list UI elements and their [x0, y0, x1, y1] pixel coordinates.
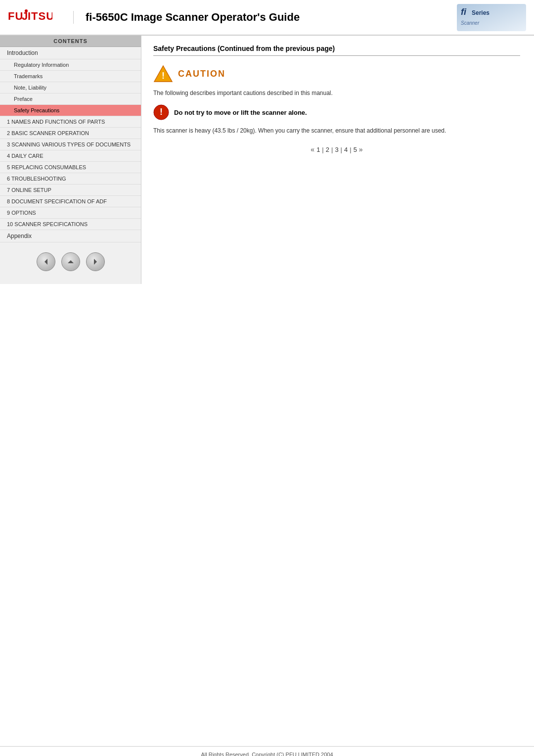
- sidebar-item-ch5[interactable]: 5 REPLACING CONSUMABLES: [0, 162, 141, 173]
- page-1[interactable]: 1: [316, 146, 320, 153]
- nav-up-button[interactable]: [61, 252, 80, 271]
- sidebar: CONTENTS Introduction Regulatory Informa…: [0, 36, 141, 284]
- sidebar-item-appendix[interactable]: Appendix: [0, 230, 141, 242]
- sidebar-item-note-liability[interactable]: Note, Liability: [0, 82, 141, 94]
- svg-text:ITSU: ITSU: [28, 10, 52, 22]
- warning-circle-icon: !: [153, 104, 169, 120]
- nav-forward-button[interactable]: [86, 252, 105, 271]
- sidebar-item-introduction[interactable]: Introduction: [0, 47, 141, 59]
- svg-text:!: !: [162, 71, 165, 81]
- prev-arrows[interactable]: «: [311, 145, 314, 153]
- svg-text:Scanner: Scanner: [461, 20, 480, 26]
- svg-marker-8: [44, 259, 47, 265]
- sidebar-item-ch8[interactable]: 8 DOCUMENT SPECIFICATION OF ADF: [0, 196, 141, 207]
- sidebar-item-regulatory[interactable]: Regulatory Information: [0, 59, 141, 71]
- sidebar-item-ch7[interactable]: 7 ONLINE SETUP: [0, 185, 141, 196]
- sidebar-item-ch10[interactable]: 10 SCANNER SPECIFICATIONS: [0, 219, 141, 230]
- sidebar-item-ch3[interactable]: 3 SCANNING VARIOUS TYPES OF DOCUMENTS: [0, 139, 141, 150]
- fujitsu-logo: FU J ITSU: [8, 6, 52, 29]
- page-title: fi-5650C Image Scanner Operator's Guide: [73, 11, 457, 24]
- caution-box: ! CAUTION: [153, 65, 520, 83]
- caution-description: The following describes important cautio…: [153, 89, 520, 97]
- content-area: Safety Precautions (Continued from the p…: [141, 36, 534, 273]
- page-3[interactable]: 3: [335, 146, 338, 153]
- sidebar-item-preface[interactable]: Preface: [0, 94, 141, 105]
- next-arrows[interactable]: »: [359, 145, 363, 153]
- sidebar-contents-header: CONTENTS: [0, 36, 141, 47]
- pagination: « 1 | 2 | 3 | 4 | 5 »: [153, 145, 520, 153]
- logo-area: FU J ITSU: [8, 6, 67, 29]
- sidebar-item-ch2[interactable]: 2 BASIC SCANNER OPERATION: [0, 128, 141, 139]
- body-text: This scanner is heavy (43.5 lbs / 20kg).…: [153, 126, 520, 136]
- page-4[interactable]: 4: [344, 146, 348, 153]
- svg-marker-9: [68, 260, 74, 263]
- section-title: Safety Precautions (Continued from the p…: [153, 45, 520, 56]
- caution-triangle-icon: !: [153, 65, 173, 83]
- fi-series-logo: fi Series Scanner: [457, 4, 526, 31]
- page-2[interactable]: 2: [326, 146, 329, 153]
- footer: All Rights Reserved, Copyright (C) PFU L…: [0, 746, 534, 756]
- sidebar-item-trademarks[interactable]: Trademarks: [0, 71, 141, 82]
- svg-text:fi: fi: [461, 7, 467, 17]
- header: FU J ITSU fi-5650C Image Scanner Operato…: [0, 0, 534, 36]
- svg-marker-10: [94, 259, 97, 265]
- copyright-text: All Rights Reserved, Copyright (C) PFU L…: [201, 752, 333, 756]
- main-layout: CONTENTS Introduction Regulatory Informa…: [0, 36, 534, 736]
- warning-note-text: Do not try to move or lift the scanner a…: [174, 109, 307, 116]
- sidebar-item-ch6[interactable]: 6 TROUBLESHOOTING: [0, 173, 141, 185]
- warning-note: ! Do not try to move or lift the scanner…: [153, 104, 520, 120]
- sidebar-item-ch4[interactable]: 4 DAILY CARE: [0, 150, 141, 162]
- sidebar-item-ch1[interactable]: 1 NAMES AND FUNCTIONS OF PARTS: [0, 116, 141, 128]
- sidebar-item-ch9[interactable]: 9 OPTIONS: [0, 207, 141, 219]
- svg-text:FU: FU: [8, 10, 23, 22]
- nav-back-button[interactable]: [37, 252, 55, 271]
- svg-text:!: !: [160, 107, 163, 117]
- page-5[interactable]: 5: [354, 146, 357, 153]
- svg-text:Series: Series: [472, 9, 490, 16]
- svg-rect-4: [457, 4, 526, 31]
- sidebar-nav-buttons: [0, 242, 141, 276]
- caution-label: CAUTION: [178, 69, 225, 79]
- sidebar-item-safety-precautions[interactable]: Safety Precautions: [0, 105, 141, 116]
